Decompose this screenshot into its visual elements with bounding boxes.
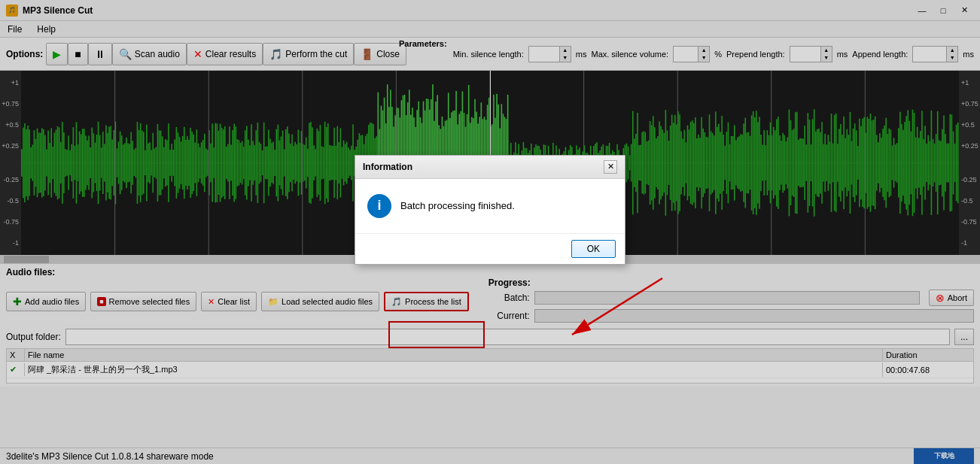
dialog-close-button[interactable]: ✕: [604, 160, 617, 174]
ok-button[interactable]: OK: [571, 240, 616, 258]
dialog-titlebar: Information ✕: [355, 156, 625, 179]
information-dialog: Information ✕ i Batch processing finishe…: [355, 155, 625, 265]
info-icon: i: [367, 194, 391, 218]
dialog-overlay[interactable]: Information ✕ i Batch processing finishe…: [0, 0, 980, 464]
dialog-title: Information: [363, 162, 412, 172]
dialog-footer: OK: [355, 233, 625, 264]
dialog-message: Batch processing finished.: [400, 200, 515, 211]
dialog-body: i Batch processing finished.: [355, 179, 625, 233]
